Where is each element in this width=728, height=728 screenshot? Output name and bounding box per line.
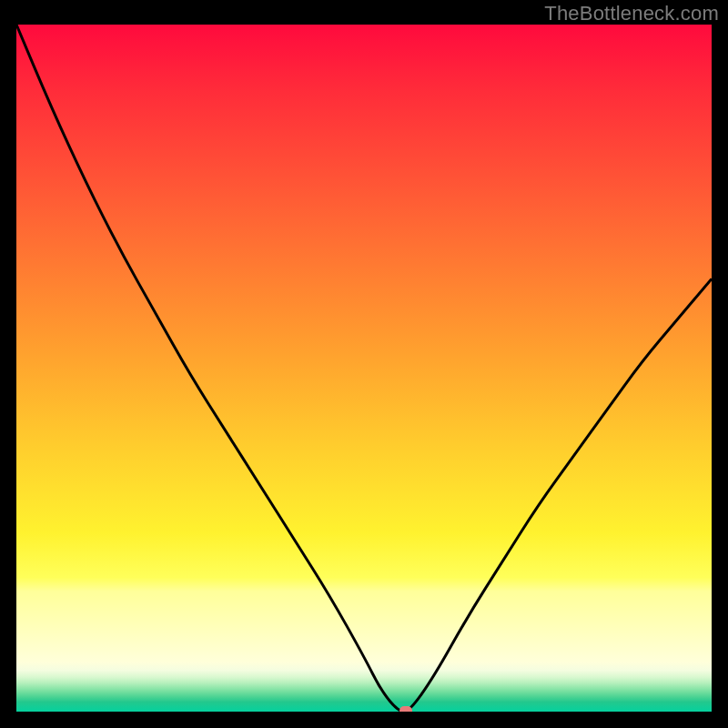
optimal-point-marker [399,706,412,712]
curve-path [16,25,712,712]
chart-frame: TheBottleneck.com [0,0,728,728]
bottleneck-curve [16,25,712,712]
attribution-text: TheBottleneck.com [544,2,719,25]
plot-area [16,25,712,712]
